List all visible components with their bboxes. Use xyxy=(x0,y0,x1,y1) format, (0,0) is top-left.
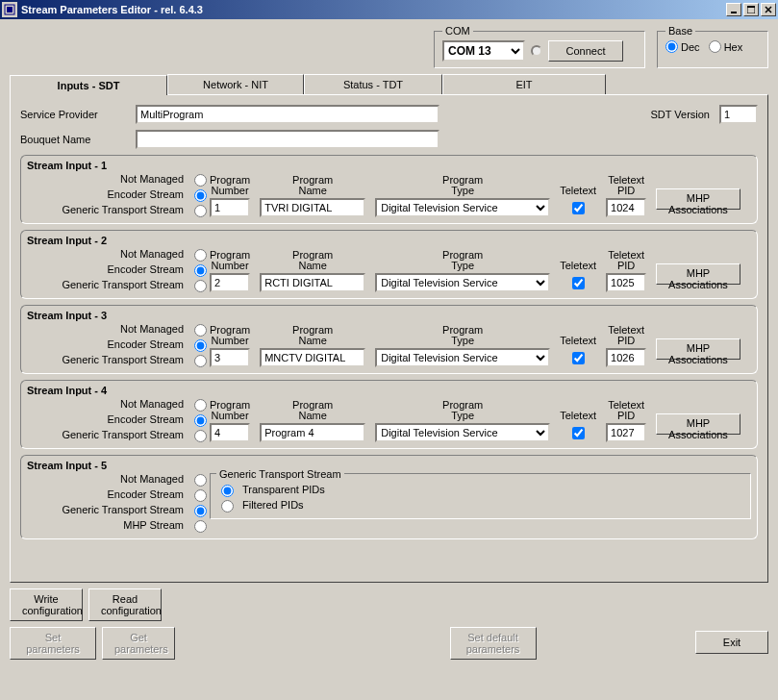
svg-rect-2 xyxy=(731,12,737,13)
stream2-not-managed-radio[interactable] xyxy=(194,249,207,262)
stream1-mhp-associations-button[interactable]: MHPAssociations xyxy=(656,188,740,210)
stream1-not-managed-radio[interactable] xyxy=(194,174,207,187)
stream-input-1: Stream Input - 1 Not Managed Encoder Str… xyxy=(20,155,758,224)
stream3-mhp-associations-button[interactable]: MHPAssociations xyxy=(656,338,740,360)
stream2-program-type-select[interactable]: Digital Television Service xyxy=(375,273,550,292)
stream5-not-managed-radio[interactable] xyxy=(194,474,207,487)
stream4-encoder-radio[interactable] xyxy=(194,414,207,427)
stream-input-5: Stream Input - 5 Not Managed Encoder Str… xyxy=(20,455,758,539)
close-button[interactable] xyxy=(761,3,776,16)
stream4-teletext-checkbox[interactable] xyxy=(572,427,585,439)
com-group-label: COM xyxy=(442,25,473,37)
stream2-program-name-input[interactable] xyxy=(260,273,365,292)
stream5-gts-group: Generic Transport Stream Transparent PID… xyxy=(210,473,751,519)
tab-inputs[interactable]: Inputs - SDT xyxy=(10,75,167,95)
stream-input-3: Stream Input - 3 Not Managed Encoder Str… xyxy=(20,305,758,374)
com-port-select[interactable]: COM 13 xyxy=(442,40,525,62)
title-bar: Stream Parameters Editor - rel. 6.4.3 xyxy=(0,0,778,19)
stream3-generic-radio[interactable] xyxy=(194,355,207,367)
base-group-label: Base xyxy=(665,25,695,37)
app-icon xyxy=(2,2,17,17)
stream3-program-name-input[interactable] xyxy=(260,348,365,367)
stream2-program-number-input[interactable] xyxy=(210,273,250,292)
stream5-mhp-radio[interactable] xyxy=(194,520,207,533)
stream-input-4: Stream Input - 4 Not Managed Encoder Str… xyxy=(20,380,758,449)
svg-rect-1 xyxy=(7,7,13,12)
stream4-title: Stream Input - 4 xyxy=(27,385,751,396)
stream3-program-number-input[interactable] xyxy=(210,348,250,367)
stream2-generic-radio[interactable] xyxy=(194,280,207,292)
stream1-title: Stream Input - 1 xyxy=(27,160,751,171)
base-dec-radio[interactable]: Dec xyxy=(665,40,700,53)
stream1-program-name-input[interactable] xyxy=(260,198,365,217)
stream3-teletext-pid-input[interactable] xyxy=(606,348,646,367)
stream4-program-type-select[interactable]: Digital Television Service xyxy=(375,423,550,442)
sdt-version-label: SDT Version xyxy=(650,109,710,120)
read-config-button[interactable]: Readconfiguration xyxy=(88,588,162,621)
stream2-encoder-radio[interactable] xyxy=(194,264,207,277)
stream4-not-managed-radio[interactable] xyxy=(194,399,207,412)
stream3-teletext-checkbox[interactable] xyxy=(572,352,585,364)
stream4-mhp-associations-button[interactable]: MHPAssociations xyxy=(656,413,740,435)
stream4-program-number-input[interactable] xyxy=(210,423,250,442)
stream2-title: Stream Input - 2 xyxy=(27,235,751,246)
stream3-not-managed-radio[interactable] xyxy=(194,324,207,337)
stream4-teletext-pid-input[interactable] xyxy=(606,423,646,442)
stream5-filtered-pids-radio[interactable] xyxy=(221,500,234,512)
maximize-button[interactable] xyxy=(743,3,759,16)
stream1-encoder-radio[interactable] xyxy=(194,189,207,202)
base-hex-radio[interactable]: Hex xyxy=(709,40,743,53)
com-group: COM COM 13 Connect xyxy=(434,25,645,68)
tab-body: Service Provider SDT Version Bouquet Nam… xyxy=(10,94,768,583)
stream5-generic-radio[interactable] xyxy=(194,505,207,517)
tab-network[interactable]: Network - NIT xyxy=(167,74,304,94)
com-status-led xyxy=(531,45,542,57)
set-default-parameters-button[interactable]: Set defaultparameters xyxy=(450,627,537,660)
write-config-button[interactable]: Writeconfiguration xyxy=(10,588,83,621)
stream3-encoder-radio[interactable] xyxy=(194,339,207,352)
stream3-title: Stream Input - 3 xyxy=(27,310,751,321)
stream2-teletext-pid-input[interactable] xyxy=(606,273,646,292)
stream1-teletext-pid-input[interactable] xyxy=(606,198,646,217)
window-title: Stream Parameters Editor - rel. 6.4.3 xyxy=(21,4,726,15)
connect-button[interactable]: Connect xyxy=(548,40,623,62)
stream2-teletext-checkbox[interactable] xyxy=(572,277,585,289)
stream3-program-type-select[interactable]: Digital Television Service xyxy=(375,348,550,367)
stream5-title: Stream Input - 5 xyxy=(27,460,751,471)
stream1-generic-radio[interactable] xyxy=(194,205,207,217)
stream5-encoder-radio[interactable] xyxy=(194,489,207,502)
stream5-transparent-pids-radio[interactable] xyxy=(221,485,234,497)
get-parameters-button[interactable]: Getparameters xyxy=(102,627,175,660)
sdt-version-input[interactable] xyxy=(719,105,758,124)
bouquet-name-label: Bouquet Name xyxy=(20,134,136,145)
service-provider-label: Service Provider xyxy=(20,109,136,120)
exit-button[interactable]: Exit xyxy=(695,631,768,654)
base-group: Base Dec Hex xyxy=(657,25,768,68)
tab-eit[interactable]: EIT xyxy=(442,74,606,94)
tab-status[interactable]: Status - TDT xyxy=(304,74,442,94)
bouquet-name-input[interactable] xyxy=(136,130,439,149)
stream-input-2: Stream Input - 2 Not Managed Encoder Str… xyxy=(20,230,758,299)
minimize-button[interactable] xyxy=(726,3,741,16)
stream2-mhp-associations-button[interactable]: MHPAssociations xyxy=(656,263,740,285)
stream1-program-type-select[interactable]: Digital Television Service xyxy=(375,198,550,217)
service-provider-input[interactable] xyxy=(136,105,439,124)
set-parameters-button[interactable]: Set parameters xyxy=(10,627,96,660)
stream4-program-name-input[interactable] xyxy=(260,423,365,442)
stream1-teletext-checkbox[interactable] xyxy=(572,202,585,214)
svg-rect-4 xyxy=(747,6,755,8)
tab-bar: Inputs - SDT Network - NIT Status - TDT … xyxy=(10,74,768,94)
stream4-generic-radio[interactable] xyxy=(194,430,207,442)
stream1-program-number-input[interactable] xyxy=(210,198,250,217)
